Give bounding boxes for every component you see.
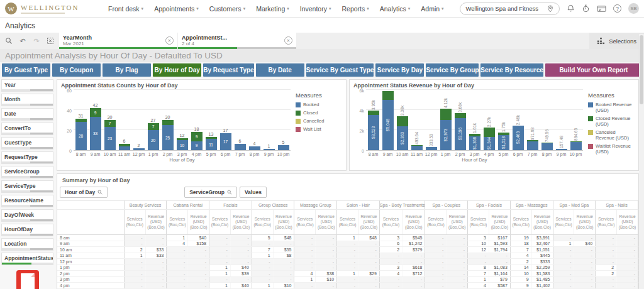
cell-services[interactable]: 1 <box>124 253 145 259</box>
selection-chip-yearmonth[interactable]: YearMonthMar 2021✕ <box>59 33 177 49</box>
bar-9-am[interactable]: 42933 <box>88 90 103 150</box>
cell-revenue[interactable]: - <box>145 271 167 277</box>
subcol-header-services[interactable]: Services(Boo,Clo) <box>468 210 489 235</box>
bar-11-am[interactable]: 6 <box>117 90 131 150</box>
cell-services[interactable]: - <box>294 283 316 289</box>
sidebar-filter-date[interactable]: Date <box>1 108 53 121</box>
report-tab-service-by-guest-type[interactable]: Service By Guest Type <box>306 63 374 77</box>
bar-2-pm[interactable]: 3025 <box>160 90 175 150</box>
cell-revenue[interactable]: - <box>230 241 252 247</box>
cell-revenue[interactable]: $158 <box>188 241 209 247</box>
bar-segment-closed[interactable]: 7 <box>104 120 116 127</box>
sidebar-filter-servicetype[interactable]: ServiceType <box>1 180 53 193</box>
bar-segment-booked-revenue-usd[interactable] <box>426 147 437 150</box>
cell-services[interactable]: 14 <box>510 264 531 271</box>
cell-services[interactable]: 1 <box>252 253 273 259</box>
cell-revenue[interactable]: - <box>574 283 596 289</box>
group-header-spa-facials[interactable]: Spa - Facials <box>468 201 511 210</box>
cell-services[interactable]: - <box>209 276 231 283</box>
cell-services[interactable]: 19 <box>510 235 531 241</box>
cell-services[interactable]: - <box>379 259 402 265</box>
bar-segment-booked-revenue-usd[interactable]: $1,368 <box>469 136 480 150</box>
cell-services[interactable]: - <box>596 283 617 289</box>
cell-services[interactable]: - <box>294 259 316 265</box>
subcol-header-services[interactable]: Services(Boo,Clo) <box>337 210 358 235</box>
cell-services[interactable]: 3 <box>468 235 489 241</box>
close-icon[interactable]: ✕ <box>165 36 174 45</box>
cell-services[interactable]: - <box>337 241 358 247</box>
cell-revenue[interactable]: - <box>447 253 468 259</box>
bar-segment-closed[interactable]: 7 <box>148 123 159 130</box>
cell-revenue[interactable]: - <box>447 271 468 277</box>
cell-services[interactable]: - <box>596 247 617 253</box>
cell-services[interactable]: - <box>167 253 188 259</box>
cell-revenue[interactable]: $1,083 <box>489 264 510 271</box>
row-header[interactable]: 12 pm <box>57 259 124 265</box>
subcol-header-services[interactable]: Services(Boo,Clo) <box>124 210 145 235</box>
row-header[interactable]: 8 am <box>57 235 124 241</box>
cell-services[interactable]: - <box>167 271 188 277</box>
subcol-header-revenue[interactable]: Revenue(USD)(Boo,Clo) <box>489 210 510 235</box>
cell-services[interactable]: - <box>596 276 617 283</box>
cell-revenue[interactable]: - <box>188 253 209 259</box>
bar-segment-booked[interactable] <box>119 146 130 150</box>
help-icon[interactable]: ? <box>613 4 621 13</box>
bar-segment-booked[interactable] <box>249 146 260 150</box>
cell-services[interactable]: 2 <box>510 259 531 265</box>
cell-revenue[interactable]: $333 <box>531 259 553 265</box>
cell-services[interactable]: - <box>596 241 617 247</box>
row-dimension-chip[interactable]: Hour of Day <box>60 187 108 198</box>
bar-segment-booked-revenue-usd[interactable] <box>556 149 567 151</box>
cell-services[interactable]: - <box>553 235 574 241</box>
sidebar-filter-requesttype[interactable]: RequestType <box>1 151 53 164</box>
cell-revenue[interactable]: - <box>316 259 337 265</box>
bar-1-pm[interactable]: 4.12k$2,973 <box>438 90 453 150</box>
step-forward-icon[interactable]: ↷ <box>30 35 43 47</box>
cell-revenue[interactable]: - <box>617 283 638 289</box>
cell-services[interactable]: - <box>468 259 489 265</box>
clear-selections-icon[interactable] <box>44 35 57 47</box>
sidebar-filter-convertto[interactable]: ConvertTo <box>1 123 53 135</box>
report-tab-by-flag[interactable]: By Flag <box>103 63 151 77</box>
cell-revenue[interactable]: - <box>447 283 468 289</box>
cell-services[interactable]: - <box>209 235 231 241</box>
cell-services[interactable]: - <box>553 276 574 283</box>
org-selector[interactable]: Wellington Spa and Fitness <box>460 3 560 15</box>
subcol-header-services[interactable]: Services(Boo,Clo) <box>425 210 447 235</box>
cell-revenue[interactable]: $1,242 <box>402 241 425 247</box>
cell-revenue[interactable]: $55 <box>273 247 294 253</box>
bar-segment-booked[interactable] <box>133 148 145 150</box>
bar-segment-booked[interactable] <box>278 145 289 150</box>
cell-services[interactable]: - <box>209 259 231 265</box>
group-header-spa-body-treatments[interactable]: Spa - Body Treatments <box>379 201 425 210</box>
bar-segment-booked[interactable] <box>264 149 275 150</box>
report-tab-by-request-type[interactable]: By Request Type <box>203 63 253 77</box>
cell-revenue[interactable]: - <box>574 259 596 265</box>
cell-revenue[interactable]: - <box>145 235 167 241</box>
cell-services[interactable]: - <box>379 253 402 259</box>
cell-services[interactable]: - <box>425 276 447 283</box>
row-header[interactable]: 9 am <box>57 241 124 247</box>
cell-revenue[interactable]: $38 <box>316 271 337 277</box>
sidebar-filter-month[interactable]: Month <box>1 94 53 106</box>
cell-services[interactable]: 2 <box>379 247 402 253</box>
cell-revenue[interactable]: $39 <box>230 271 252 277</box>
cell-services[interactable]: - <box>294 253 316 259</box>
cell-revenue[interactable]: - <box>188 271 209 277</box>
cell-services[interactable]: - <box>167 264 188 271</box>
bar-segment-closed-revenue-usd[interactable] <box>382 91 394 100</box>
cell-services[interactable]: - <box>209 253 231 259</box>
bar-5-pm[interactable]: 1311 <box>204 90 218 150</box>
bar-segment-booked[interactable]: 11 <box>206 139 217 150</box>
cell-services[interactable]: 2 <box>124 247 145 253</box>
cell-services[interactable]: 1 <box>553 241 574 247</box>
scrollbar-thumb[interactable] <box>640 35 643 104</box>
cell-services[interactable]: - <box>252 259 273 265</box>
cell-services[interactable]: 1 <box>252 283 273 289</box>
report-tab-by-guest-type[interactable]: By Guest Type <box>2 63 50 77</box>
timer-icon[interactable] <box>582 4 590 13</box>
subcol-header-revenue[interactable]: Revenue(USD)(Boo,Clo) <box>358 210 380 235</box>
cell-services[interactable]: - <box>294 235 316 241</box>
cell-revenue[interactable]: - <box>273 264 294 271</box>
cell-services[interactable]: 1 <box>337 271 358 277</box>
